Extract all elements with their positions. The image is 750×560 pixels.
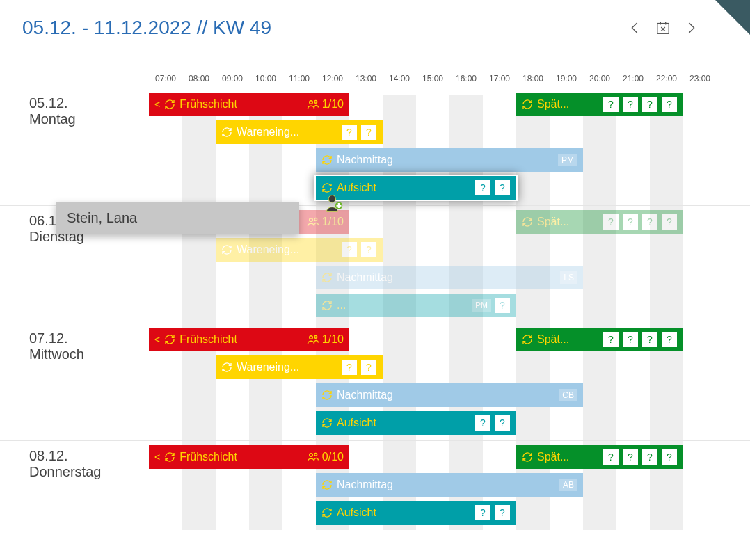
- hour-label: 08:00: [182, 74, 216, 83]
- unassigned-badge[interactable]: ?: [474, 504, 491, 521]
- shift-label: Frühschicht: [179, 98, 237, 111]
- shift-yellow[interactable]: Wareneing...??: [216, 120, 383, 144]
- unassigned-badge[interactable]: ?: [494, 415, 511, 431]
- shift-green[interactable]: Spät...????: [516, 328, 683, 351]
- shift-count: 1/10: [322, 333, 344, 346]
- hour-label: 13:00: [349, 74, 383, 83]
- shift-yellow[interactable]: Wareneing...??: [216, 355, 383, 379]
- unassigned-badge[interactable]: ?: [474, 415, 491, 431]
- day-label: 05.12.Montag: [0, 88, 139, 205]
- svg-point-6: [314, 100, 317, 103]
- drag-chip[interactable]: Stein, Lana: [56, 202, 299, 234]
- shift-blue[interactable]: NachmittagPM: [316, 148, 583, 172]
- shift-row: Wareneing...??: [139, 237, 750, 264]
- unassigned-badge[interactable]: ?: [622, 214, 639, 230]
- people-icon: [307, 98, 319, 111]
- unassigned-badge[interactable]: ?: [622, 331, 639, 348]
- unassigned-badge[interactable]: ?: [661, 214, 678, 230]
- day-row: 05.12.Montag<Frühschicht1/10Spät...????W…: [0, 88, 750, 205]
- shift-count: 1/10: [322, 98, 344, 111]
- refresh-icon: [321, 272, 333, 283]
- next-week-button[interactable]: [682, 19, 700, 37]
- unassigned-badge[interactable]: ?: [360, 241, 377, 258]
- shift-right: 0/10: [303, 451, 344, 463]
- shift-label: Wareneing...: [237, 126, 299, 138]
- unassigned-badge[interactable]: ?: [641, 96, 658, 113]
- day-name: Donnerstag: [29, 464, 139, 480]
- shift-teal[interactable]: Aufsicht??: [316, 176, 516, 200]
- shift-row: <Frühschicht1/10Spät...????: [139, 91, 750, 119]
- day-name: Montag: [29, 111, 139, 127]
- shift-yellow[interactable]: Wareneing...??: [216, 238, 383, 262]
- week-title: 05.12. - 11.12.2022 // KW 49: [22, 17, 271, 39]
- person-add-icon: [324, 193, 344, 213]
- shift-label: Frühschicht: [179, 451, 237, 463]
- today-button[interactable]: [654, 19, 672, 37]
- unassigned-badge[interactable]: ?: [641, 331, 658, 348]
- unassigned-badge[interactable]: ?: [603, 331, 619, 348]
- unassigned-badge[interactable]: ?: [360, 359, 377, 376]
- unassigned-badge[interactable]: ?: [641, 449, 658, 465]
- hour-label: 14:00: [383, 74, 416, 83]
- svg-point-9: [310, 336, 313, 339]
- day-row: 08.12.Donnerstag<Frühschicht0/10Spät...?…: [0, 440, 750, 530]
- unassigned-badge[interactable]: ?: [603, 449, 619, 465]
- unassigned-badge[interactable]: ?: [603, 96, 619, 113]
- shift-right: 1/10: [303, 333, 344, 346]
- unassigned-badge[interactable]: ?: [661, 449, 678, 465]
- svg-point-8: [314, 218, 317, 221]
- refresh-icon: [221, 244, 232, 255]
- shift-green[interactable]: Spät...????: [516, 210, 683, 234]
- unassigned-badge[interactable]: ?: [341, 241, 358, 258]
- day-name: Mittwoch: [29, 346, 139, 362]
- unassigned-badge[interactable]: ?: [603, 214, 619, 230]
- shift-count: 1/10: [322, 216, 344, 228]
- shift-green[interactable]: Spät...????: [516, 93, 683, 116]
- unassigned-badge[interactable]: ?: [494, 179, 511, 196]
- unassigned-badge[interactable]: ?: [474, 179, 491, 196]
- unassigned-badge[interactable]: ?: [622, 449, 639, 465]
- svg-point-7: [310, 218, 313, 222]
- svg-point-13: [328, 195, 336, 203]
- overflow-left-icon: <: [154, 334, 160, 345]
- unassigned-badge[interactable]: ?: [661, 96, 678, 113]
- shift-blue[interactable]: NachmittagLS: [316, 266, 583, 289]
- unassigned-badge[interactable]: ?: [494, 297, 511, 314]
- drag-chip-label: Stein, Lana: [67, 210, 137, 225]
- schedule: 07:0008:0009:0010:0011:0012:0013:0014:00…: [0, 74, 750, 530]
- hour-label: 11:00: [282, 74, 316, 83]
- shift-blue[interactable]: NachmittagAB: [316, 473, 583, 497]
- shift-teal[interactable]: Aufsicht??: [316, 411, 516, 435]
- shift-blue[interactable]: NachmittagCB: [316, 383, 583, 407]
- unassigned-badge[interactable]: ?: [494, 504, 511, 521]
- corner-flap: [715, 0, 750, 35]
- unassigned-badge[interactable]: ?: [622, 96, 639, 113]
- refresh-icon: [221, 127, 232, 138]
- shift-label: Aufsicht: [337, 417, 376, 429]
- shift-teal[interactable]: Aufsicht??: [316, 501, 516, 525]
- unassigned-badge[interactable]: ?: [641, 214, 658, 230]
- shift-red[interactable]: <Frühschicht1/10: [149, 328, 349, 351]
- shift-red[interactable]: <Frühschicht0/10: [149, 445, 349, 469]
- shift-row: <Frühschicht1/10Spät...????: [139, 326, 750, 354]
- shift-row: NachmittagAB: [139, 472, 750, 499]
- refresh-icon: [321, 154, 333, 166]
- unassigned-badge[interactable]: ?: [341, 124, 358, 141]
- shift-green[interactable]: Spät...????: [516, 445, 683, 469]
- hour-label: 21:00: [616, 74, 650, 83]
- day-date: 05.12.: [29, 95, 139, 111]
- shift-red[interactable]: <Frühschicht1/10: [149, 93, 349, 116]
- unassigned-badge[interactable]: ?: [341, 359, 358, 376]
- shift-right: ????: [598, 449, 678, 465]
- hour-label: 20:00: [583, 74, 616, 83]
- shift-right: ????: [598, 214, 678, 230]
- refresh-icon: [164, 99, 175, 110]
- unassigned-badge[interactable]: ?: [360, 124, 377, 141]
- shift-label: Nachmittag: [337, 271, 393, 284]
- unassigned-badge[interactable]: ?: [661, 331, 678, 348]
- svg-point-5: [310, 101, 313, 104]
- prev-week-button[interactable]: [626, 19, 644, 37]
- shift-teal[interactable]: ...PM?: [316, 294, 516, 317]
- days-container: 05.12.Montag<Frühschicht1/10Spät...????W…: [0, 88, 750, 530]
- day-date: 07.12.: [29, 330, 139, 346]
